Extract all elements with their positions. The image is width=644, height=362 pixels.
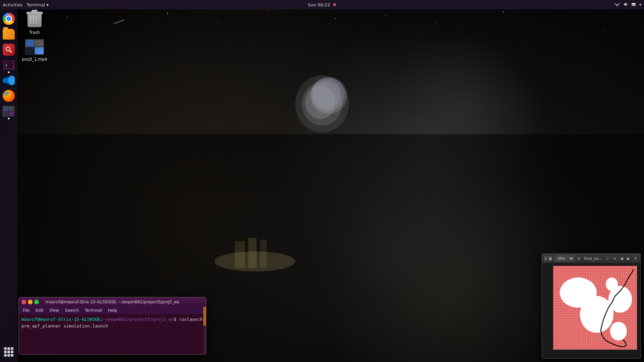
map-svg [553,266,637,350]
dock-item-terminal[interactable]: $_ [2,58,15,72]
svg-rect-38 [9,112,13,115]
terminal-menubar: File Edit View Search Terminal Help [19,307,206,314]
terminal-menu-button[interactable]: Terminal ▾ [26,2,49,7]
svg-point-17 [570,20,571,20]
terminal-body[interactable]: maaruf@maaruf-Strix-15-GL503GE:~/enpm661… [19,314,206,354]
y-label-100: 100 [542,266,545,269]
svg-rect-28 [632,3,636,4]
terminal-path-text: ~/enpm661/project5/proj5_ws [103,317,174,322]
x-label-40: 40 [579,357,582,359]
magnifier-icon [3,44,15,56]
video-icon-image [25,38,44,56]
svg-point-1 [302,82,342,126]
map-y-axis: 100 80 60 40 20 0 [542,266,545,356]
terminal-minimize-button[interactable] [28,300,33,304]
desktop-icons-area: Trash proj5_1.mp4 [19,11,50,62]
y-label-0: 0 [542,353,545,356]
iv-fullscreen-button[interactable]: ⤢ [605,256,610,261]
svg-point-18 [603,30,604,31]
zoom-select[interactable]: 50% 100% 75% 25% [554,255,574,261]
x-label-0: 0 [546,357,547,359]
svg-line-22 [114,20,124,23]
activities-button[interactable]: Activities [3,2,22,7]
iv-minimize-button[interactable]: — [544,256,547,261]
y-label-40: 40 [542,318,545,321]
map-wrapper: 100 80 60 40 20 0 [546,266,637,356]
trash-label: Trash [29,30,40,35]
terminal-scrollbar-thumb[interactable] [203,307,206,326]
vscode-icon [3,74,15,86]
svg-point-21 [313,80,341,108]
topbar: Activities Terminal ▾ Sun 00:22 ▾ [0,0,644,9]
power-icon[interactable] [631,2,636,8]
svg-point-16 [503,11,504,12]
terminal-menu-terminal[interactable]: Terminal [82,307,105,313]
show-applications-icon [4,347,13,357]
imageviewer-titlebar: — ▣ 50% 100% 75% 25% ⊡ final_pa... ⤢ ≡ ◀… [542,254,640,263]
svg-point-4 [215,251,295,272]
x-label-20: 20 [561,357,565,359]
svg-line-30 [10,51,12,53]
dock-item-imageviewer[interactable] [2,105,15,118]
network-icon[interactable] [614,2,620,8]
topbar-right: ▾ [614,2,641,8]
trash-icon-desktop[interactable]: Trash [19,11,50,35]
recording-dot [333,3,336,6]
trash-line-1 [30,16,31,24]
svg-marker-24 [624,3,626,6]
svg-rect-5 [235,241,245,268]
svg-rect-7 [260,240,267,268]
map-x-axis: 0 20 40 60 80 100 [546,357,637,359]
dock-item-magnifier[interactable] [2,43,15,56]
x-label-80: 80 [614,357,618,359]
svg-point-11 [218,21,218,22]
terminal-menu-file[interactable]: File [20,307,32,313]
dock-active-indicator [8,71,10,73]
files-icon [3,29,15,40]
iv-fit-button[interactable]: ⊡ [576,256,581,261]
video-file-icon-desktop[interactable]: proj5_1.mp4 [19,38,50,62]
video-cell-3 [25,47,35,55]
svg-point-46 [606,278,618,291]
terminal-menu-help[interactable]: Help [105,307,120,313]
dock-item-chrome[interactable] [2,12,15,25]
dock-item-firefox[interactable] [2,89,15,103]
dock-item-vscode[interactable] [2,74,15,87]
terminal-close-button[interactable] [21,300,26,304]
terminal-menu-edit[interactable]: Edit [33,307,46,313]
video-cell-4 [35,47,44,55]
svg-rect-26 [632,5,633,6]
trash-line-3 [36,16,37,24]
dock-apps-button[interactable] [0,347,17,357]
video-cell-1 [25,39,35,47]
iv-menu-button[interactable]: ≡ [612,256,618,261]
iv-prev-button[interactable]: ◀ [619,256,624,261]
svg-point-45 [610,322,627,341]
svg-rect-37 [4,112,8,115]
terminal-menu-search[interactable]: Search [62,307,82,313]
svg-rect-27 [634,5,635,6]
imageviewer-window: — ▣ 50% 100% 75% 25% ⊡ final_pa... ⤢ ≡ ◀… [542,253,641,359]
imageviewer-icon [3,106,15,117]
iv-close-button[interactable]: ✕ [633,256,638,261]
svg-point-15 [436,23,436,24]
terminal-title: maaruf@maaruf-Strix-15-GL503GE: ~/enpm66… [45,300,179,304]
svg-point-20 [311,78,345,111]
terminal-titlebar: maaruf@maaruf-Strix-15-GL503GE: ~/enpm66… [19,297,206,307]
map-visualization [553,266,637,350]
video-cell-2 [35,39,44,47]
terminal-maximize-button[interactable] [34,300,39,304]
volume-icon[interactable] [623,2,628,8]
iv-next-button[interactable]: ▶ [626,256,631,261]
video-thumbnail [25,39,44,55]
terminal-line-1: maaruf@maaruf-Strix-15-GL503GE:~/enpm661… [21,316,203,329]
imageviewer-canvas: 100 80 60 40 20 0 [542,263,640,358]
iv-other-button[interactable]: ▣ [549,256,552,261]
y-label-60: 60 [542,301,545,304]
terminal-menu-view[interactable]: View [47,307,61,313]
settings-dropdown-icon[interactable]: ▾ [639,2,641,7]
terminal-scrollbar[interactable] [203,307,206,354]
dock-item-files[interactable] [2,27,15,41]
topbar-left: Activities Terminal ▾ [3,2,49,7]
imageviewer-active-indicator [8,118,10,119]
